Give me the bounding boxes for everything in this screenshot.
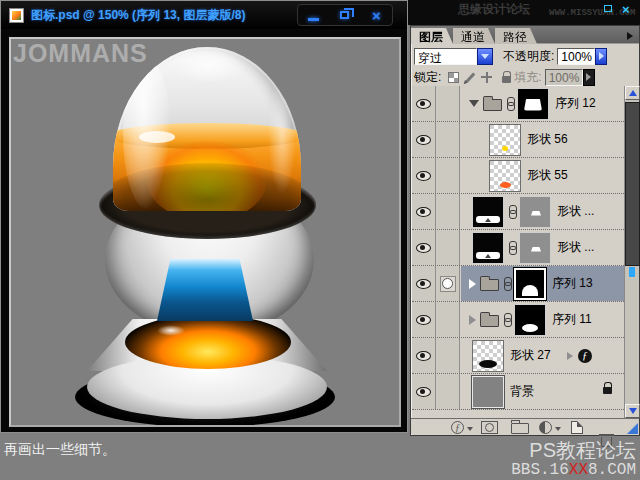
mask-link-icon[interactable] [503, 277, 511, 290]
layer-row-shape55[interactable]: 形状 55 [412, 158, 624, 194]
tab-layers[interactable]: 图层 [411, 28, 453, 44]
adjustment-layer-dropdown-icon[interactable] [555, 427, 561, 431]
restore-icon [340, 11, 349, 19]
layer-row-background[interactable]: 背景 [412, 374, 624, 410]
layer-thumbnail[interactable] [472, 376, 504, 408]
link-cell[interactable] [436, 302, 460, 337]
panel-menu-arrow-icon[interactable] [627, 32, 633, 40]
close-icon: × [372, 8, 381, 23]
adjustment-layer-button[interactable] [539, 421, 552, 434]
window-controls: × [297, 4, 393, 26]
eye-icon [416, 351, 431, 361]
mask-link-icon[interactable] [508, 241, 516, 254]
mask-link-icon[interactable] [503, 313, 511, 326]
expand-collapse-icon[interactable] [469, 279, 476, 289]
lock-pixels-icon[interactable] [466, 72, 476, 82]
layer-list-scrollbar[interactable] [624, 86, 639, 418]
link-cell[interactable] [436, 86, 460, 121]
scrollbar-position-marker [629, 267, 635, 277]
link-cell[interactable] [436, 338, 460, 373]
scroll-down-button[interactable] [625, 404, 640, 418]
layer-row-shape-b[interactable]: 形状 ... [412, 230, 624, 266]
visibility-toggle[interactable] [412, 374, 436, 409]
document-titlebar[interactable]: 图标.psd @ 150% (序列 13, 图层蒙版/8) × [1, 1, 407, 29]
blend-mode-select[interactable]: 穿过 [414, 48, 477, 65]
layer-name[interactable]: 形状 ... [557, 239, 594, 256]
layer-row-seq11[interactable]: 序列 11 [412, 302, 624, 338]
blend-mode-dropdown-icon[interactable] [477, 48, 493, 65]
layer-style-button[interactable]: ƒ [451, 421, 464, 434]
visibility-toggle[interactable] [412, 266, 436, 301]
opacity-spinner-icon[interactable] [595, 48, 607, 65]
scroll-up-button[interactable] [625, 86, 640, 100]
new-group-button[interactable] [511, 423, 529, 434]
layer-mask-thumbnail[interactable] [517, 88, 549, 120]
layer-thumbnail[interactable] [472, 232, 504, 264]
layer-name[interactable]: 形状 55 [527, 167, 568, 184]
mask-link-icon[interactable] [506, 97, 514, 110]
lock-position-icon[interactable] [481, 72, 492, 83]
document-canvas[interactable]: JOMMANS [9, 37, 401, 427]
mask-link-icon[interactable] [508, 205, 516, 218]
link-cell[interactable] [436, 194, 460, 229]
layer-thumbnail[interactable] [489, 124, 521, 156]
layer-thumbnail[interactable] [489, 160, 521, 192]
layer-row-shape27[interactable]: 形状 27 ƒ [412, 338, 624, 374]
layer-name[interactable]: 形状 56 [527, 131, 568, 148]
visibility-toggle[interactable] [412, 158, 436, 193]
scrollbar-thumb[interactable] [625, 102, 640, 266]
scroll-up-icon [629, 90, 637, 96]
layer-mask-thumbnail[interactable] [514, 304, 546, 336]
link-cell[interactable] [436, 374, 460, 409]
fill-spinner-icon[interactable] [583, 69, 595, 86]
mask-editing-indicator[interactable] [436, 266, 460, 301]
background-lock-icon [603, 387, 612, 394]
restore-button[interactable] [333, 6, 357, 24]
expand-collapse-icon[interactable] [469, 100, 479, 107]
visibility-toggle[interactable] [412, 122, 436, 157]
layer-row-seq12[interactable]: 序列 12 [412, 86, 624, 122]
expand-collapse-icon[interactable] [469, 315, 476, 325]
visibility-toggle[interactable] [412, 86, 436, 121]
app-restore-icon[interactable] [604, 5, 612, 12]
layer-row-shape-a[interactable]: 形状 ... [412, 194, 624, 230]
link-cell[interactable] [436, 158, 460, 193]
visibility-toggle[interactable] [412, 338, 436, 373]
layer-mask-thumbnail[interactable] [514, 268, 546, 300]
link-cell[interactable] [436, 122, 460, 157]
layer-style-dropdown-icon[interactable] [467, 427, 473, 431]
visibility-toggle[interactable] [412, 230, 436, 265]
lock-transparency-icon[interactable] [448, 72, 459, 83]
minimize-icon [308, 18, 319, 21]
layer-name[interactable]: 形状 ... [557, 203, 594, 220]
visibility-toggle[interactable] [412, 302, 436, 337]
layer-name[interactable]: 形状 27 [510, 347, 551, 364]
new-layer-button[interactable] [571, 421, 583, 434]
vector-mask-thumbnail[interactable] [519, 196, 551, 228]
panel-resize-grip[interactable] [627, 423, 638, 434]
layer-name[interactable]: 背景 [510, 383, 534, 400]
visibility-toggle[interactable] [412, 194, 436, 229]
tab-paths[interactable]: 路径 [495, 28, 537, 44]
layer-name[interactable]: 序列 12 [555, 95, 596, 112]
fill-input[interactable]: 100% [545, 69, 583, 86]
tutorial-caption: 再画出一些细节。 [4, 441, 116, 459]
link-cell[interactable] [436, 230, 460, 265]
lock-all-icon[interactable] [502, 76, 511, 83]
effects-expand-icon[interactable] [567, 352, 573, 360]
app-close-icon[interactable]: × [622, 2, 630, 17]
layer-thumbnail[interactable] [472, 196, 504, 228]
minimize-button[interactable] [302, 6, 326, 24]
add-layer-mask-button[interactable] [481, 421, 498, 434]
layer-thumbnail[interactable] [472, 340, 504, 372]
layer-name[interactable]: 序列 11 [552, 311, 592, 328]
layer-name[interactable]: 序列 13 [552, 275, 593, 292]
tab-channels[interactable]: 通道 [453, 28, 495, 44]
vector-mask-thumbnail[interactable] [519, 232, 551, 264]
panel-footer: ƒ [411, 418, 639, 434]
opacity-input[interactable]: 100% [557, 48, 595, 65]
layer-effects-icon[interactable]: ƒ [578, 349, 592, 363]
layer-row-shape56[interactable]: 形状 56 [412, 122, 624, 158]
layer-row-seq13-selected[interactable]: 序列 13 [412, 266, 624, 302]
close-button[interactable]: × [364, 6, 388, 24]
